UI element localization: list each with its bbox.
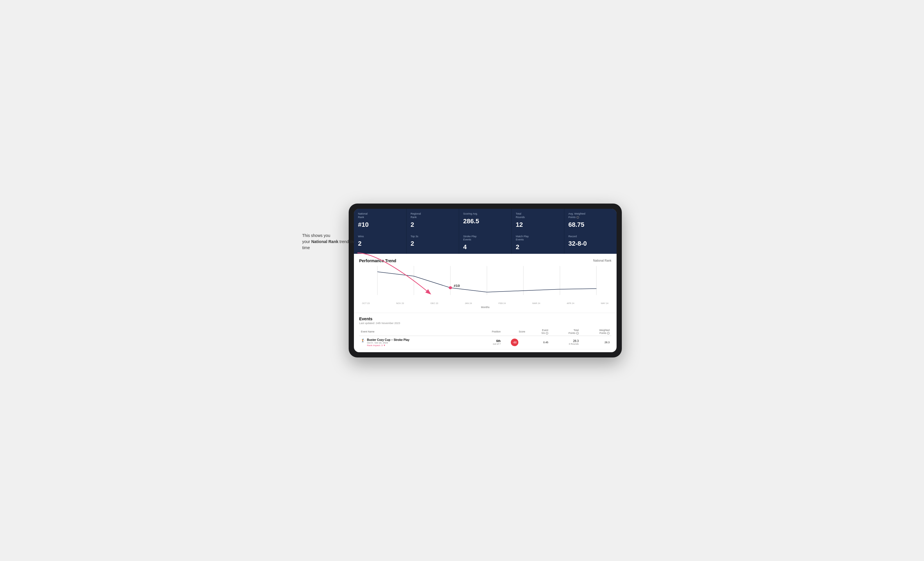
event-total-points: 28.3	[552, 340, 579, 343]
events-section: Events Last updated: 24th November 2023 …	[354, 313, 616, 352]
stats-row1: NationalRank #10 RegionalRank 2 Scoring …	[354, 209, 616, 231]
x-label-apr24: APR 24	[567, 302, 574, 305]
tablet: NationalRank #10 RegionalRank 2 Scoring …	[349, 203, 622, 358]
stat-stroke-play-events: Stroke PlayEvents 4	[459, 232, 512, 254]
x-label-feb24: FEB 24	[499, 302, 506, 305]
event-score-cell: -22	[502, 336, 527, 349]
event-total-points-cell: 28.3 3 Rounds	[550, 336, 580, 349]
event-position-cell: 6th out of 7	[475, 336, 502, 349]
stat-national-rank: NationalRank #10	[354, 209, 406, 231]
stat-total-rounds: TotalRounds 12	[512, 209, 564, 231]
svg-point-8	[448, 286, 452, 289]
chart-footer-months: Months	[359, 306, 611, 309]
chart-area: #10	[359, 266, 611, 301]
performance-rank-label: National Rank	[593, 259, 611, 262]
x-label-may24: MAY 24	[601, 302, 609, 305]
events-last-updated: Last updated: 24th November 2023	[359, 322, 611, 325]
svg-text:#10: #10	[454, 284, 460, 288]
annotation-line1: This shows you	[302, 233, 330, 238]
annotation-line2: your	[302, 239, 311, 244]
event-sg-cell: 0.45	[527, 336, 550, 349]
col-score: Score	[502, 328, 527, 336]
event-score-badge: -22	[511, 338, 518, 346]
stat-avg-weighted-points: Avg. WeightedPoints ⓘ 68.75	[564, 209, 616, 231]
x-label-oct23: OCT 23	[362, 302, 370, 305]
stat-record: Record 32-8-0	[564, 232, 616, 254]
x-label-jan24: JAN 24	[465, 302, 472, 305]
col-weighted-points: WeightedPoints ⓘ	[580, 328, 611, 336]
event-name: Buster Cozy Cup – Stroke Play	[367, 338, 410, 341]
events-title: Events	[359, 317, 611, 321]
x-label-mar24: MAR 24	[532, 302, 540, 305]
performance-chart: #10	[359, 266, 611, 301]
x-label-nov23: NOV 23	[396, 302, 404, 305]
chart-x-axis: OCT 23 NOV 23 DEC 23 JAN 24 FEB 24 MAR 2…	[359, 302, 611, 305]
event-position: 6th	[477, 340, 501, 343]
events-table: Event Name Position Score EventSG ⓘ	[359, 328, 611, 349]
stat-top3s: Top 3s 2	[406, 232, 459, 254]
annotation: This shows you your National Rank trend …	[302, 233, 360, 251]
stat-match-play-events: Match PlayEvents 2	[512, 232, 564, 254]
col-total-points: TotalPoints ⓘ	[550, 328, 580, 336]
col-event-name: Event Name	[359, 328, 475, 336]
x-label-dec23: DEC 23	[430, 302, 438, 305]
table-row: 🏌 Buster Cozy Cup – Stroke Play Oct 9 - …	[359, 336, 611, 349]
stats-row2: Wins 2 Top 3s 2 Stroke PlayEvents 4 Matc…	[354, 232, 616, 254]
col-event-sg: EventSG ⓘ	[527, 328, 550, 336]
event-total-points-sub: 3 Rounds	[552, 343, 579, 345]
event-weighted-points-cell: 28.3	[580, 336, 611, 349]
scene: This shows you your National Rank trend …	[302, 186, 622, 375]
event-name-cell: 🏌 Buster Cozy Cup – Stroke Play Oct 9 - …	[359, 336, 475, 349]
annotation-bold: National Rank	[311, 239, 338, 244]
event-rank-impact: Rank Impact: 3 ▼	[367, 344, 410, 347]
tablet-screen: NationalRank #10 RegionalRank 2 Scoring …	[354, 209, 616, 352]
performance-section: Performance Trend National Rank	[354, 254, 616, 313]
performance-header: Performance Trend National Rank	[359, 259, 611, 263]
col-position: Position	[475, 328, 502, 336]
event-icon: 🏌	[361, 338, 365, 343]
performance-title: Performance Trend	[359, 259, 396, 263]
event-position-sub: out of 7	[477, 343, 501, 345]
stat-regional-rank: RegionalRank 2	[406, 209, 459, 231]
stat-wins: Wins 2	[354, 232, 406, 254]
event-date: Oct 9 - Oct 10, 2023	[367, 341, 410, 344]
stat-scoring-avg: Scoring Avg. 286.5	[459, 209, 512, 231]
